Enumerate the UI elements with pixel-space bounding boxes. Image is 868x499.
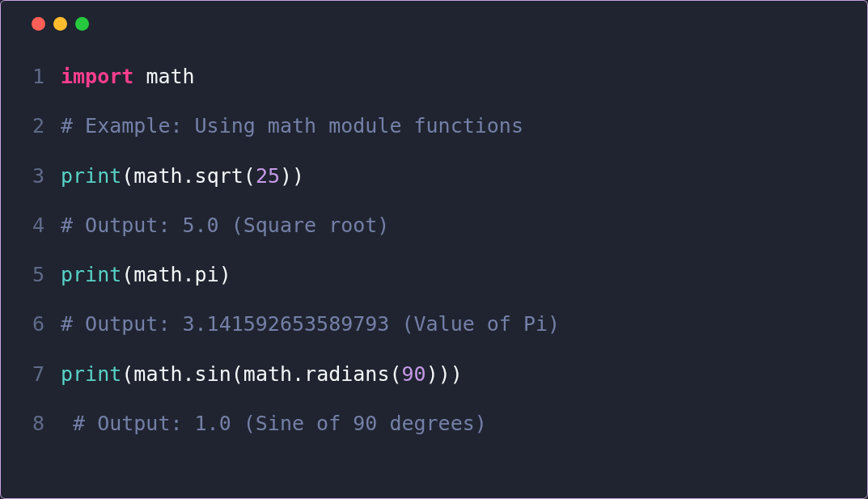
line-content: print(math.sin(math.radians(90))) — [61, 349, 463, 399]
code-token — [133, 65, 146, 88]
line-content: # Output: 3.141592653589793 (Value of Pi… — [61, 299, 560, 349]
code-token: import — [61, 65, 133, 88]
line-number: 6 — [12, 299, 44, 349]
line-content: print(math.pi) — [61, 250, 231, 299]
code-token: pi — [195, 263, 219, 286]
line-number: 4 — [12, 201, 44, 250]
code-token: # Output: 5.0 (Square root) — [61, 214, 389, 237]
code-token: ( — [121, 362, 133, 386]
code-token: . — [183, 164, 195, 188]
code-line: 6# Output: 3.141592653589793 (Value of P… — [12, 299, 851, 349]
line-content: # Output: 5.0 (Square root) — [61, 201, 389, 250]
code-line: 4# Output: 5.0 (Square root) — [12, 201, 851, 250]
code-token: 25 — [256, 164, 280, 188]
close-icon[interactable] — [32, 17, 45, 31]
line-content: # Example: Using math module functions — [61, 101, 523, 150]
code-line: 7print(math.sin(math.radians(90))) — [12, 349, 851, 399]
line-content: print(math.sqrt(25)) — [61, 151, 304, 201]
code-token: radians — [304, 362, 389, 386]
window-controls — [1, 1, 867, 39]
code-token: ( — [231, 362, 243, 386]
line-number: 3 — [12, 151, 44, 201]
code-token: print — [61, 164, 121, 188]
code-token: print — [61, 263, 121, 286]
minimize-icon[interactable] — [53, 17, 67, 31]
line-content: # Output: 1.0 (Sine of 90 degrees) — [61, 399, 487, 448]
code-token: ( — [121, 164, 133, 188]
line-number: 7 — [12, 349, 44, 399]
line-content: import math — [61, 52, 195, 101]
line-number: 8 — [12, 399, 44, 448]
line-number: 2 — [12, 101, 44, 150]
code-token: sin — [195, 362, 231, 386]
code-token: . — [183, 362, 195, 386]
line-number: 5 — [12, 250, 44, 299]
code-token: )) — [280, 164, 304, 188]
code-line: 2# Example: Using math module functions — [12, 101, 851, 150]
code-token: math — [133, 362, 182, 386]
code-token: math — [133, 164, 182, 188]
code-token: ( — [243, 164, 256, 188]
code-token: math — [243, 362, 292, 386]
code-token: ) — [219, 263, 231, 286]
code-token: # Output: 1.0 (Sine of 90 degrees) — [61, 412, 487, 435]
code-editor[interactable]: 1import math2# Example: Using math modul… — [1, 39, 867, 464]
code-token: math — [133, 263, 182, 286]
code-line: 5print(math.pi) — [12, 250, 851, 299]
code-token: # Output: 3.141592653589793 (Value of Pi… — [61, 312, 560, 336]
maximize-icon[interactable] — [75, 17, 89, 31]
code-token: ))) — [426, 362, 463, 386]
code-token: # Example: Using math module functions — [61, 114, 523, 137]
code-line: 8 # Output: 1.0 (Sine of 90 degrees) — [12, 399, 851, 448]
code-line: 1import math — [12, 52, 851, 101]
code-token: ( — [121, 263, 133, 286]
code-token: . — [183, 263, 195, 286]
code-token: . — [292, 362, 304, 386]
code-token: ( — [389, 362, 401, 386]
line-number: 1 — [12, 52, 44, 101]
code-token: print — [61, 362, 121, 386]
code-line: 3print(math.sqrt(25)) — [12, 151, 851, 201]
code-token: sqrt — [195, 164, 243, 188]
code-token: 90 — [402, 362, 426, 386]
code-token: math — [146, 65, 194, 88]
